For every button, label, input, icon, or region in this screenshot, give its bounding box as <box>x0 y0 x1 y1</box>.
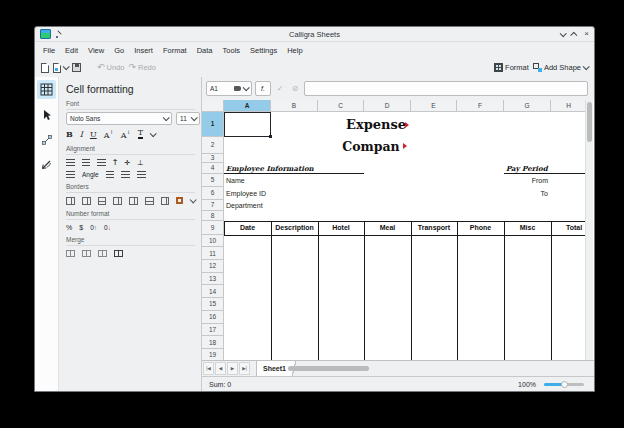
align-left-icon[interactable] <box>66 159 75 166</box>
next-sheet-button[interactable]: ▶ <box>227 362 238 375</box>
table-header-description[interactable]: Description <box>271 221 318 235</box>
titlebar[interactable]: Calligra Sheets × <box>35 27 594 42</box>
freehand-path-tool-button[interactable] <box>37 155 56 174</box>
column-header-h[interactable]: H <box>551 100 587 112</box>
table-header-hotel[interactable]: Hotel <box>318 221 364 235</box>
cell-tool-button[interactable] <box>37 80 56 99</box>
row-header-17[interactable]: 17 <box>202 324 224 337</box>
new-document-button[interactable] <box>41 63 49 73</box>
border-all-icon[interactable] <box>129 197 138 205</box>
column-header-b[interactable]: B <box>271 100 318 112</box>
table-header-meal[interactable]: Meal <box>364 221 411 235</box>
italic-button[interactable]: I <box>80 130 83 139</box>
close-icon[interactable]: × <box>584 31 589 37</box>
row-header-2[interactable]: 2 <box>202 137 224 154</box>
underline-button[interactable]: U <box>90 130 97 139</box>
menu-item-insert[interactable]: Insert <box>129 44 158 57</box>
table-header-phone[interactable]: Phone <box>457 221 504 235</box>
connector-tool-button[interactable] <box>37 130 56 149</box>
apply-icon[interactable]: ✓ <box>274 84 286 93</box>
increase-indent-icon[interactable] <box>137 171 146 178</box>
row-header-18[interactable]: 18 <box>202 336 224 349</box>
menu-item-tools[interactable]: Tools <box>218 44 246 57</box>
sheet-tab[interactable]: Sheet1 <box>256 361 290 376</box>
percent-format-button[interactable]: % <box>66 224 72 231</box>
format-button[interactable]: Format <box>494 63 529 72</box>
zoom-slider-knob[interactable] <box>561 381 568 388</box>
row-header-4[interactable]: 4 <box>202 163 224 174</box>
border-top-icon[interactable] <box>98 197 107 205</box>
menu-item-settings[interactable]: Settings <box>245 44 282 57</box>
dissociate-cells-icon[interactable] <box>114 250 123 257</box>
border-color-button[interactable] <box>176 197 183 204</box>
grow-font-button[interactable]: A↑ <box>104 129 114 140</box>
menu-item-format[interactable]: Format <box>158 44 192 57</box>
merge-horizontal-icon[interactable] <box>82 250 91 257</box>
border-remove-icon[interactable] <box>161 197 170 205</box>
column-header-d[interactable]: D <box>364 100 411 112</box>
vertical-scrollbar[interactable] <box>585 100 593 361</box>
font-family-select[interactable]: Noto Sans <box>66 112 172 125</box>
border-inner-icon[interactable] <box>113 197 122 205</box>
angle-button[interactable]: Angle <box>82 171 99 178</box>
table-header-misc[interactable]: Misc <box>504 221 551 235</box>
horizontal-scrollbar-thumb[interactable] <box>288 366 369 371</box>
add-shape-button[interactable]: Add Shape <box>533 63 588 72</box>
row-header-7[interactable]: 7 <box>202 200 224 211</box>
align-bottom-icon[interactable]: ⊥ <box>137 159 143 167</box>
row-header-6[interactable]: 6 <box>202 187 224 200</box>
border-outline-icon[interactable] <box>145 197 154 205</box>
row-header-8[interactable]: 8 <box>202 211 224 221</box>
undo-button[interactable]: ↶Undo <box>97 63 124 72</box>
font-size-select[interactable]: 11 <box>176 112 200 125</box>
row-header-13[interactable]: 13 <box>202 273 224 286</box>
shape-select-tool-button[interactable] <box>37 105 56 124</box>
row-header-12[interactable]: 12 <box>202 260 224 273</box>
menu-item-help[interactable]: Help <box>282 44 307 57</box>
first-sheet-button[interactable]: |◀ <box>203 362 214 375</box>
row-header-15[interactable]: 15 <box>202 298 224 311</box>
row-header-14[interactable]: 14 <box>202 285 224 298</box>
shrink-font-button[interactable]: A↓ <box>121 129 131 140</box>
column-header-a[interactable]: A <box>224 100 271 112</box>
previous-sheet-button[interactable]: ◀ <box>215 362 226 375</box>
align-top-icon[interactable]: T̄ <box>113 159 117 166</box>
align-center-icon[interactable] <box>82 159 90 166</box>
row-header-9[interactable]: 9 <box>202 221 224 235</box>
row-header-11[interactable]: 11 <box>202 247 224 260</box>
vertical-text-icon[interactable] <box>106 171 114 178</box>
menu-item-view[interactable]: View <box>83 44 109 57</box>
table-header-date[interactable]: Date <box>224 221 271 235</box>
chevron-down-icon[interactable] <box>150 130 157 137</box>
vertical-scrollbar-thumb[interactable] <box>587 102 592 142</box>
merge-vertical-icon[interactable] <box>98 250 107 257</box>
increase-precision-button[interactable]: 0↑ <box>90 224 97 231</box>
currency-format-button[interactable]: $ <box>79 224 83 231</box>
function-button[interactable]: f. <box>255 81 271 96</box>
menu-item-edit[interactable]: Edit <box>60 44 83 57</box>
chevron-down-icon[interactable] <box>190 196 197 203</box>
decrease-indent-icon[interactable] <box>121 171 130 178</box>
row-header-3[interactable]: 3 <box>202 154 224 163</box>
column-header-c[interactable]: C <box>318 100 364 112</box>
menu-item-go[interactable]: Go <box>109 44 129 57</box>
minimize-icon[interactable] <box>560 30 567 37</box>
align-middle-icon[interactable]: ✛ <box>124 159 130 167</box>
row-header-1[interactable]: 1 <box>202 112 224 137</box>
border-vertical-icon[interactable] <box>82 197 91 205</box>
wrap-text-icon[interactable] <box>66 171 75 178</box>
cell-reference-box[interactable]: A1 <box>206 81 252 96</box>
align-right-icon[interactable] <box>97 159 106 166</box>
cell-grid[interactable]: Expense Compan Employee Information Pay … <box>202 100 587 361</box>
menu-item-file[interactable]: File <box>38 44 60 57</box>
table-header-total[interactable]: Total <box>551 221 587 235</box>
decrease-precision-button[interactable]: 0↓ <box>104 224 111 231</box>
merge-cells-icon[interactable] <box>66 250 75 257</box>
open-document-button[interactable] <box>53 63 68 73</box>
last-sheet-button[interactable]: ▶| <box>239 362 250 375</box>
row-header-16[interactable]: 16 <box>202 311 224 324</box>
menu-item-data[interactable]: Data <box>192 44 218 57</box>
row-header-19[interactable]: 19 <box>202 349 224 361</box>
bold-button[interactable]: B <box>66 129 73 139</box>
table-header-transport[interactable]: Transport <box>411 221 457 235</box>
